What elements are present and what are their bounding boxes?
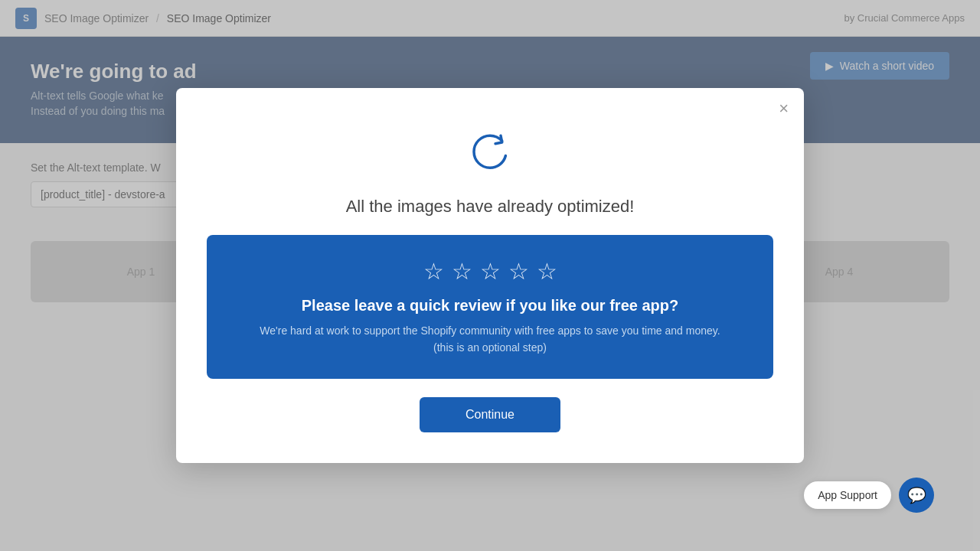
- stars-row: ☆ ☆ ☆ ☆ ☆: [237, 258, 743, 285]
- continue-button[interactable]: Continue: [420, 397, 560, 432]
- review-box: ☆ ☆ ☆ ☆ ☆ Please leave a quick review if…: [207, 235, 773, 380]
- review-body-line2: (this is an optional step): [433, 341, 547, 354]
- app-support-widget: App Support 💬: [804, 478, 934, 513]
- chat-icon: 💬: [907, 486, 926, 504]
- star-4[interactable]: ☆: [508, 258, 529, 285]
- modal-heading: All the images have already optimized!: [207, 197, 773, 217]
- refresh-icon: [463, 126, 517, 180]
- review-title: Please leave a quick review if you like …: [237, 297, 743, 315]
- star-1[interactable]: ☆: [423, 258, 444, 285]
- star-3[interactable]: ☆: [480, 258, 501, 285]
- star-2[interactable]: ☆: [452, 258, 472, 285]
- modal-icon-wrap: [207, 126, 773, 183]
- modal-dialog: × All the images have already optimized!…: [176, 88, 804, 464]
- modal-overlay: × All the images have already optimized!…: [0, 0, 980, 551]
- star-5[interactable]: ☆: [537, 258, 557, 285]
- review-body-line1: We're hard at work to support the Shopif…: [260, 324, 720, 337]
- app-support-button[interactable]: 💬: [899, 478, 934, 513]
- modal-close-button[interactable]: ×: [779, 100, 789, 117]
- app-support-label: App Support: [804, 481, 891, 509]
- review-body: We're hard at work to support the Shopif…: [237, 322, 743, 357]
